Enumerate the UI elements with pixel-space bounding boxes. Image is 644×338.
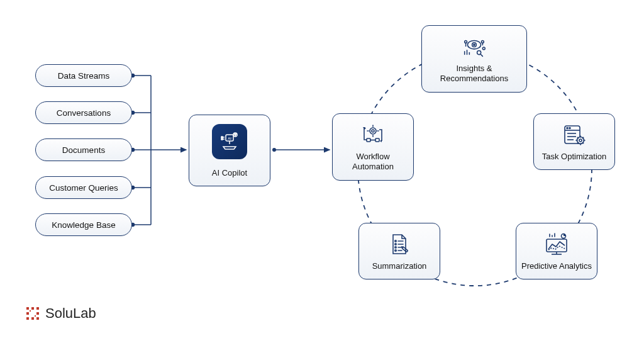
task-optimization-icon xyxy=(560,123,588,148)
svg-point-40 xyxy=(481,40,484,43)
svg-point-26 xyxy=(370,128,376,134)
svg-point-41 xyxy=(482,47,485,50)
node-label: Predictive Analytics xyxy=(521,261,592,271)
node-workflow-automation: Workflow Automation xyxy=(332,113,414,181)
svg-rect-92 xyxy=(35,315,36,317)
node-label: Workflow Automation xyxy=(338,152,408,172)
svg-rect-28 xyxy=(367,138,370,142)
svg-line-64 xyxy=(582,137,583,138)
workflow-automation-icon xyxy=(359,123,387,148)
node-task-optimization: Task Optimization xyxy=(533,113,615,170)
svg-point-79 xyxy=(395,250,396,251)
svg-point-47 xyxy=(477,51,481,55)
svg-point-25 xyxy=(221,138,223,140)
input-label: Conversations xyxy=(57,108,111,118)
svg-point-19 xyxy=(235,134,235,135)
svg-line-62 xyxy=(577,137,578,138)
node-label: Summarization xyxy=(372,261,427,271)
input-documents: Documents xyxy=(35,138,132,161)
svg-point-75 xyxy=(395,244,396,245)
svg-rect-90 xyxy=(36,317,39,320)
svg-text:AI: AI xyxy=(228,137,231,140)
svg-rect-89 xyxy=(31,317,34,320)
svg-rect-29 xyxy=(375,138,379,142)
svg-rect-86 xyxy=(31,307,34,310)
svg-point-20 xyxy=(235,135,236,136)
node-label: Insights & Recommendations xyxy=(427,64,521,84)
node-insights-recommendations: Insights & Recommendations xyxy=(421,25,527,93)
svg-point-38 xyxy=(474,44,475,45)
svg-point-39 xyxy=(465,40,467,43)
summarization-icon xyxy=(386,232,413,257)
svg-rect-88 xyxy=(36,312,39,315)
svg-line-63 xyxy=(582,142,583,143)
input-conversations: Conversations xyxy=(35,101,132,124)
input-customer-queries: Customer Queries xyxy=(35,176,132,199)
ai-copilot-icon: AI xyxy=(212,124,247,159)
svg-rect-91 xyxy=(30,310,31,312)
node-predictive-analytics: Predictive Analytics xyxy=(516,223,597,279)
svg-point-77 xyxy=(395,247,396,248)
svg-point-23 xyxy=(221,137,223,138)
brand-name: SoluLab xyxy=(45,305,96,322)
svg-line-65 xyxy=(577,142,578,143)
insights-icon xyxy=(460,35,488,60)
svg-point-51 xyxy=(567,128,568,129)
brand-solulab: SoluLab xyxy=(25,305,96,322)
svg-rect-83 xyxy=(26,307,29,310)
input-knowledge-base: Knowledge Base xyxy=(35,213,132,236)
node-ai-copilot: AI AI Copilot xyxy=(189,115,270,186)
input-label: Data Streams xyxy=(58,71,110,81)
svg-point-12 xyxy=(272,148,276,152)
node-label: AI Copilot xyxy=(212,168,247,178)
solulab-logo-icon xyxy=(25,306,40,321)
svg-rect-85 xyxy=(26,317,29,320)
predictive-analytics-icon xyxy=(543,232,570,257)
svg-rect-87 xyxy=(36,307,39,310)
node-summarization: Summarization xyxy=(358,223,440,279)
svg-rect-81 xyxy=(402,247,408,252)
node-label: Task Optimization xyxy=(542,152,607,162)
svg-point-73 xyxy=(395,240,396,242)
svg-rect-84 xyxy=(26,312,29,315)
input-label: Customer Queries xyxy=(49,183,118,193)
input-label: Knowledge Base xyxy=(52,220,115,230)
svg-line-48 xyxy=(481,54,483,56)
svg-point-52 xyxy=(569,128,570,129)
svg-point-27 xyxy=(372,130,374,132)
input-label: Documents xyxy=(62,145,105,155)
input-data-streams: Data Streams xyxy=(35,64,132,87)
